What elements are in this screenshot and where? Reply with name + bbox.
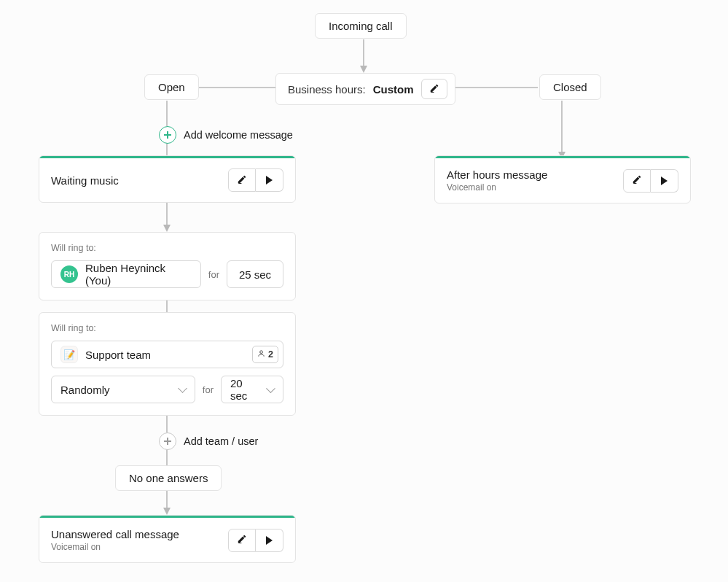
unanswered-title: Unanswered call message xyxy=(51,528,179,540)
ring1-for-label: for xyxy=(208,269,219,280)
business-hours-prefix: Business hours: xyxy=(288,83,366,96)
team-emoji: 📝 xyxy=(63,349,75,360)
ring1-user-select[interactable]: RH Ruben Heyninck (You) xyxy=(51,260,201,288)
open-label: Open xyxy=(158,81,185,93)
avatar: RH xyxy=(60,265,78,283)
panel-after-hours-message: After hours message Voicemail on xyxy=(434,155,691,203)
node-incoming-call: Incoming call xyxy=(315,13,407,39)
ring2-strategy-select[interactable]: Randomly xyxy=(51,376,195,403)
play-waiting-music-button[interactable] xyxy=(256,168,283,192)
add-team-user-node: Add team / user xyxy=(159,432,258,450)
add-welcome-button[interactable] xyxy=(159,126,176,144)
incoming-call-label: Incoming call xyxy=(329,20,393,32)
card-ring-to-user: Will ring to: RH Ruben Heyninck (You) fo… xyxy=(39,232,296,300)
card-ring-to-team: Will ring to: 📝 Support team 2 Randomly … xyxy=(39,312,296,416)
panel-waiting-music: Waiting music xyxy=(39,155,296,203)
no-one-answers-label: No one answers xyxy=(129,472,208,484)
team-member-count-chip: 2 xyxy=(252,346,278,363)
svg-marker-1 xyxy=(360,66,367,73)
svg-point-17 xyxy=(260,351,263,354)
ring1-label: Will ring to: xyxy=(51,243,283,253)
unanswered-sub: Voicemail on xyxy=(51,542,179,552)
panel-unanswered-message: Unanswered call message Voicemail on xyxy=(39,515,296,563)
business-hours-value: Custom xyxy=(373,83,414,96)
chevron-down-icon xyxy=(178,384,187,393)
chevron-down-icon xyxy=(267,384,275,392)
ring1-user-name: Ruben Heyninck (You) xyxy=(85,262,192,287)
play-unanswered-button[interactable] xyxy=(256,529,283,552)
play-icon xyxy=(266,536,273,545)
node-no-one-answers: No one answers xyxy=(115,465,222,491)
add-welcome-node: Add welcome message xyxy=(159,126,293,144)
ring1-duration-value: 25 sec xyxy=(239,268,271,281)
person-icon xyxy=(257,349,265,360)
node-business-hours: Business hours: Custom xyxy=(275,73,455,105)
ring2-for-label: for xyxy=(203,384,214,395)
pencil-icon xyxy=(632,174,642,187)
node-open-branch: Open xyxy=(144,74,199,100)
plus-icon xyxy=(164,438,171,445)
svg-marker-7 xyxy=(163,225,171,232)
plus-icon xyxy=(164,131,171,139)
pencil-icon xyxy=(429,83,439,96)
waiting-music-title: Waiting music xyxy=(51,174,119,187)
add-welcome-label: Add welcome message xyxy=(184,129,293,141)
svg-marker-12 xyxy=(163,508,171,515)
team-icon: 📝 xyxy=(60,346,78,363)
edit-waiting-music-button[interactable] xyxy=(228,168,256,192)
add-team-user-button[interactable] xyxy=(159,432,176,450)
edit-business-hours-button[interactable] xyxy=(421,79,447,99)
edit-after-hours-button[interactable] xyxy=(623,169,651,193)
closed-label: Closed xyxy=(553,81,587,93)
add-team-user-label: Add team / user xyxy=(184,435,258,447)
ring2-duration-value: 20 sec xyxy=(230,377,260,402)
ring2-strategy-value: Randomly xyxy=(60,384,172,396)
ring2-label: Will ring to: xyxy=(51,323,283,333)
ring2-team-select[interactable]: 📝 Support team 2 xyxy=(51,341,283,368)
node-closed-branch: Closed xyxy=(539,74,601,100)
ring2-team-name: Support team xyxy=(85,349,245,361)
pencil-icon xyxy=(237,534,247,546)
after-hours-title: After hours message xyxy=(447,168,547,181)
play-icon xyxy=(661,176,668,185)
after-hours-sub: Voicemail on xyxy=(447,182,547,193)
edit-unanswered-button[interactable] xyxy=(228,529,256,552)
play-after-hours-button[interactable] xyxy=(651,169,678,193)
avatar-initials: RH xyxy=(64,271,74,279)
play-icon xyxy=(266,176,273,185)
ring1-duration-input[interactable]: 25 sec xyxy=(227,260,283,288)
pencil-icon xyxy=(237,174,247,187)
team-member-count: 2 xyxy=(268,349,273,360)
ring2-duration-select[interactable]: 20 sec xyxy=(221,376,283,403)
